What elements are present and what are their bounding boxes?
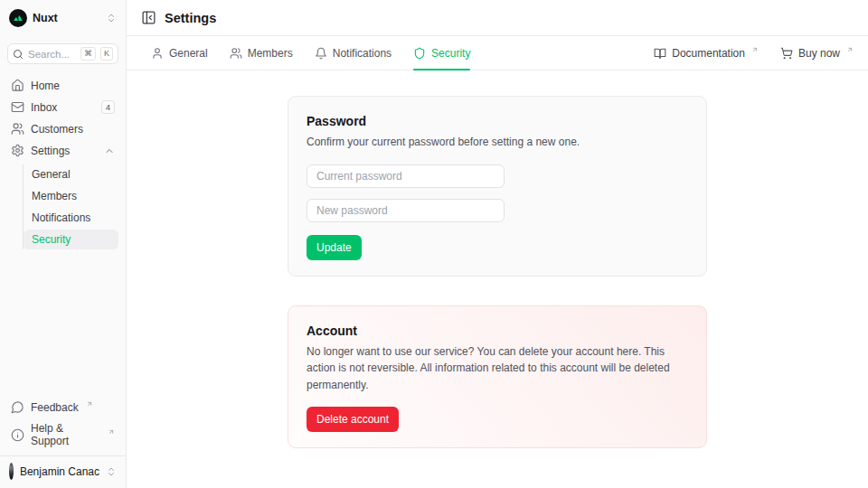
inbox-icon bbox=[11, 100, 24, 114]
book-open-icon bbox=[654, 47, 666, 60]
header-link-label: Buy now bbox=[798, 47, 840, 60]
sidebar-item-settings[interactable]: Settings bbox=[7, 141, 118, 160]
tab-members[interactable]: Members bbox=[230, 36, 293, 70]
tab-general[interactable]: General bbox=[151, 36, 208, 70]
sidebar-item-label: Customers bbox=[31, 123, 83, 136]
sidebar-item-label: Home bbox=[31, 80, 60, 92]
gear-icon bbox=[11, 144, 24, 157]
settings-security-content: Password Confirm your current password b… bbox=[127, 70, 868, 488]
main-area: Settings General Members Notifications S… bbox=[127, 0, 868, 488]
user-menu[interactable]: Benjamin Canac bbox=[9, 463, 117, 480]
avatar bbox=[9, 463, 14, 480]
home-icon bbox=[11, 79, 24, 92]
chevrons-up-down-icon bbox=[106, 13, 117, 23]
sidebar-item-members[interactable]: Members bbox=[24, 186, 118, 206]
sidebar-item-customers[interactable]: Customers bbox=[7, 119, 118, 138]
new-password-field[interactable] bbox=[307, 199, 505, 222]
help-support-link[interactable]: Help & Support bbox=[7, 419, 118, 450]
kbd-k: K bbox=[100, 47, 113, 61]
message-bubble-icon bbox=[11, 400, 24, 414]
info-circle-icon bbox=[11, 428, 24, 442]
update-password-button[interactable]: Update bbox=[307, 235, 362, 260]
page-header: Settings bbox=[127, 0, 868, 36]
page-title: Settings bbox=[165, 11, 216, 25]
feedback-link[interactable]: Feedback bbox=[7, 398, 118, 417]
chevrons-up-down-icon bbox=[106, 466, 117, 477]
search-input[interactable]: Search... ⌘ K bbox=[7, 43, 118, 64]
sidebar-item-label: Inbox bbox=[31, 101, 57, 114]
search-icon bbox=[13, 49, 24, 60]
collapse-sidebar-icon[interactable] bbox=[141, 10, 156, 25]
footer-link-label: Feedback bbox=[31, 401, 79, 414]
buy-now-link[interactable]: Buy now bbox=[780, 47, 854, 60]
sidebar-item-notifications[interactable]: Notifications bbox=[24, 208, 118, 228]
external-link-icon bbox=[108, 428, 115, 436]
workspace-name: Nuxt bbox=[33, 12, 100, 24]
delete-account-button[interactable]: Delete account bbox=[307, 407, 399, 432]
inbox-count-badge: 4 bbox=[101, 100, 115, 114]
kbd-meta: ⌘ bbox=[80, 47, 96, 61]
sidebar: Nuxt Search... ⌘ K Home Inbox 4 bbox=[0, 0, 127, 488]
account-card-description: No longer want to use our service? You c… bbox=[307, 343, 688, 394]
tab-label: Members bbox=[248, 47, 293, 60]
settings-tabbar: General Members Notifications Security bbox=[127, 36, 868, 70]
shield-icon bbox=[413, 47, 426, 60]
sidebar-item-general[interactable]: General bbox=[24, 164, 118, 184]
nuxt-logo-icon bbox=[9, 9, 27, 27]
password-card-description: Confirm your current password before set… bbox=[307, 134, 688, 151]
search-placeholder: Search... bbox=[28, 49, 76, 60]
user-name: Benjamin Canac bbox=[20, 465, 99, 478]
sidebar-item-security[interactable]: Security bbox=[24, 230, 118, 249]
sidebar-footer: Feedback Help & Support bbox=[7, 398, 118, 455]
workspace-switcher[interactable]: Nuxt bbox=[7, 0, 118, 36]
current-password-field[interactable] bbox=[307, 164, 505, 188]
account-card: Account No longer want to use our servic… bbox=[288, 305, 707, 449]
external-link-icon bbox=[846, 46, 854, 53]
password-card-title: Password bbox=[307, 114, 688, 128]
header-link-label: Documentation bbox=[672, 47, 745, 60]
footer-link-label: Help & Support bbox=[31, 422, 100, 447]
user-icon bbox=[151, 47, 164, 60]
sidebar-item-home[interactable]: Home bbox=[7, 76, 118, 95]
tab-security[interactable]: Security bbox=[413, 36, 470, 70]
documentation-link[interactable]: Documentation bbox=[654, 47, 759, 60]
sidebar-nav: Home Inbox 4 Customers Settings Ge bbox=[7, 76, 118, 249]
settings-sub-list: General Members Notifications Security bbox=[23, 164, 118, 249]
external-link-icon bbox=[751, 46, 759, 53]
account-card-title: Account bbox=[307, 324, 688, 338]
user-menu-wrap: Benjamin Canac bbox=[0, 455, 126, 488]
users-icon bbox=[230, 47, 242, 60]
tab-notifications[interactable]: Notifications bbox=[315, 36, 392, 70]
tab-label: General bbox=[169, 47, 208, 60]
password-card: Password Confirm your current password b… bbox=[288, 96, 707, 277]
shopping-cart-icon bbox=[780, 47, 793, 60]
chevron-up-icon bbox=[104, 145, 115, 156]
sidebar-item-inbox[interactable]: Inbox 4 bbox=[7, 98, 118, 117]
external-link-icon bbox=[86, 400, 93, 408]
tab-label: Notifications bbox=[333, 47, 392, 60]
sidebar-spacer bbox=[7, 249, 118, 398]
sidebar-item-label: Settings bbox=[31, 145, 70, 157]
bell-icon bbox=[315, 47, 327, 60]
users-icon bbox=[11, 122, 24, 136]
tab-label: Security bbox=[431, 47, 470, 60]
